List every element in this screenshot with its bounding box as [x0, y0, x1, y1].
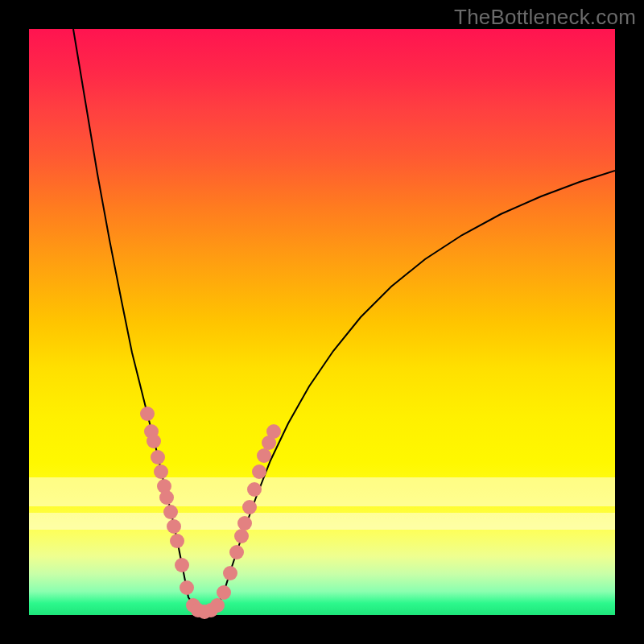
data-dot [167, 519, 181, 534]
data-dot [266, 424, 281, 439]
data-dot [247, 482, 262, 497]
data-dot [147, 434, 161, 448]
data-dot [242, 500, 257, 514]
bottleneck-curve [73, 29, 615, 612]
data-dot [151, 450, 165, 464]
data-dot [170, 534, 184, 548]
data-dot [229, 545, 244, 559]
data-dot [175, 558, 189, 572]
data-dot [163, 505, 178, 519]
data-dot [252, 464, 266, 479]
data-dot [234, 529, 249, 543]
data-dot [140, 407, 155, 421]
plot-svg [29, 29, 615, 615]
data-dot [154, 464, 168, 479]
chart-frame [29, 29, 615, 615]
data-dot [217, 585, 231, 600]
data-dot [159, 490, 174, 505]
data-dot [257, 448, 271, 463]
data-dot [210, 598, 225, 613]
data-dot [237, 516, 252, 530]
data-dot [180, 580, 194, 595]
watermark-text: TheBottleneck.com [454, 5, 636, 30]
data-dot [223, 566, 237, 580]
